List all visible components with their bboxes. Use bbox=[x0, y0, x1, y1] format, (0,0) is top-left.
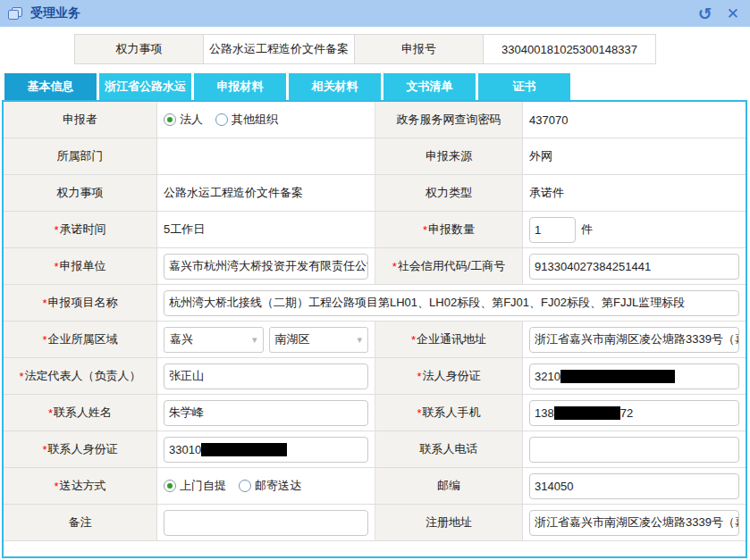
postcode-value: 314050 bbox=[523, 468, 746, 504]
credit-code-label-text: 社会信用代码/工商号 bbox=[398, 258, 506, 274]
declare-source-value: 外网 bbox=[523, 138, 746, 174]
tab-文书清单[interactable]: 文书清单 bbox=[383, 73, 476, 100]
postcode-input-text: 314050 bbox=[535, 480, 573, 493]
form-row: *申报单位嘉兴市杭州湾大桥投资开发有限责任公司*社会信用代码/工商号913304… bbox=[4, 248, 746, 285]
radio-selected-icon[interactable] bbox=[164, 480, 176, 492]
enterprise-region-label-text: 企业所属区域 bbox=[48, 331, 118, 347]
tab-相关材料[interactable]: 相关材料 bbox=[289, 73, 381, 100]
contact-mobile-label-text: 联系人手机 bbox=[423, 405, 481, 421]
declare-count-input[interactable]: 1 bbox=[529, 217, 576, 243]
window-icon bbox=[8, 7, 23, 21]
promise-time-text: 5工作日 bbox=[164, 221, 205, 238]
window-controls: ↺ ✕ bbox=[698, 5, 739, 22]
required-asterisk: * bbox=[54, 480, 58, 493]
enterprise-region-value: 嘉兴▾南湖区▾ bbox=[157, 322, 375, 357]
declare-unit-label-text: 申报单位 bbox=[60, 258, 106, 274]
declarer-radio-label: 其他组织 bbox=[232, 112, 278, 128]
enterprise-region-select-0[interactable]: 嘉兴▾ bbox=[164, 327, 264, 353]
declare-unit-label: *申报单位 bbox=[4, 248, 157, 284]
contact-id-input[interactable]: 33010 bbox=[164, 437, 368, 463]
radio-selected-icon[interactable] bbox=[164, 113, 176, 126]
enterprise-address-value: 浙江省嘉兴市南湖区凌公塘路3339号（嘉 bbox=[523, 322, 746, 357]
legal-representative-input[interactable]: 张正山 bbox=[164, 364, 368, 389]
department-value bbox=[157, 138, 375, 174]
refresh-icon[interactable]: ↺ bbox=[698, 5, 712, 22]
tab-浙江省公路水运[interactable]: 浙江省公路水运 bbox=[99, 73, 191, 100]
contact-mobile-input[interactable]: 13872 bbox=[529, 400, 739, 426]
close-icon[interactable]: ✕ bbox=[727, 6, 739, 21]
declarer-radio-option-0[interactable]: 法人 bbox=[164, 112, 203, 128]
declare-count-label-text: 申报数量 bbox=[428, 221, 475, 238]
form-row: *申报项目名称杭州湾大桥北接线（二期）工程公路项目第LH01、LH02标段、第F… bbox=[4, 285, 746, 322]
declare-no-header-label: 申报号 bbox=[354, 34, 484, 64]
accept-business-window: 受理业务 ↺ ✕ 权力事项 公路水运工程造价文件备案 申报号 330400181… bbox=[0, 0, 750, 560]
redacted-text bbox=[554, 406, 620, 420]
legal-representative-label: *法定代表人（负责人） bbox=[4, 358, 157, 394]
contact-phone-label: 联系人电话 bbox=[375, 431, 523, 467]
power-type-value: 承诺件 bbox=[523, 175, 746, 211]
power-item-value: 公路水运工程造价文件备案 bbox=[157, 175, 375, 211]
project-name-input-text: 杭州湾大桥北接线（二期）工程公路项目第LH01、LH02标段、第FJ01、FJ0… bbox=[169, 295, 685, 311]
credit-code-input-text: 913304027384251441 bbox=[535, 260, 651, 273]
delivery-method-radio-label: 上门自提 bbox=[180, 478, 226, 494]
declare-source-label: 申报来源 bbox=[375, 138, 523, 174]
required-asterisk: * bbox=[417, 406, 421, 420]
contact-id-input-text: 33010 bbox=[169, 443, 201, 456]
declare-unit-input[interactable]: 嘉兴市杭州湾大桥投资开发有限责任公司 bbox=[164, 254, 368, 280]
enterprise-address-input[interactable]: 浙江省嘉兴市南湖区凌公塘路3339号（嘉 bbox=[529, 327, 739, 353]
required-asterisk: * bbox=[411, 333, 416, 347]
promise-time-value: 5工作日 bbox=[157, 212, 375, 247]
declare-unit-value: 嘉兴市杭州湾大桥投资开发有限责任公司 bbox=[157, 248, 375, 284]
contact-phone-value bbox=[523, 431, 746, 467]
power-item-header-label: 权力事项 bbox=[74, 34, 204, 64]
remark-label: 备注 bbox=[4, 505, 157, 540]
form-row: *企业所属区域嘉兴▾南湖区▾*企业通讯地址浙江省嘉兴市南湖区凌公塘路3339号（… bbox=[4, 322, 746, 358]
postcode-label: 邮编 bbox=[375, 468, 523, 504]
legal-representative-label-text: 法定代表人（负责人） bbox=[25, 368, 141, 384]
query-password-value: 437070 bbox=[523, 102, 746, 138]
enterprise-address-label: *企业通讯地址 bbox=[375, 322, 523, 357]
registered-address-label: 注册地址 bbox=[375, 505, 523, 540]
declarer-value: 法人其他组织 bbox=[157, 102, 375, 138]
delivery-method-radio-option-0[interactable]: 上门自提 bbox=[164, 478, 226, 494]
registered-address-input[interactable]: 浙江省嘉兴市南湖区凌公塘路3339号（嘉 bbox=[529, 510, 739, 536]
legal-representative-value: 张正山 bbox=[157, 358, 375, 394]
credit-code-input[interactable]: 913304027384251441 bbox=[529, 254, 739, 280]
tab-bar: 基本信息浙江省公路水运申报材料相关材料文书清单证书 bbox=[0, 73, 750, 100]
department-label: 所属部门 bbox=[4, 138, 157, 174]
declare-no-header-value: 330400181025300148337 bbox=[483, 34, 656, 64]
redacted-text bbox=[560, 370, 675, 383]
tab-基本信息[interactable]: 基本信息 bbox=[4, 73, 97, 100]
legal-id-input[interactable]: 3210 bbox=[529, 364, 739, 389]
enterprise-region-select-value: 南湖区 bbox=[275, 331, 310, 347]
remark-input[interactable] bbox=[164, 510, 368, 536]
form-panel: 申报者法人其他组织政务服务网查询密码437070所属部门申报来源外网权力事项公路… bbox=[2, 100, 747, 558]
contact-phone-input[interactable] bbox=[529, 437, 739, 463]
required-asterisk: * bbox=[54, 260, 58, 273]
postcode-input[interactable]: 314050 bbox=[529, 473, 739, 499]
promise-time-label-text: 承诺时间 bbox=[60, 221, 106, 238]
enterprise-address-label-text: 企业通讯地址 bbox=[417, 331, 486, 347]
contact-id-label-text: 联系人身份证 bbox=[48, 441, 118, 457]
declarer-radio-label: 法人 bbox=[180, 112, 203, 128]
tab-证书[interactable]: 证书 bbox=[478, 73, 570, 100]
contact-mobile-input-text: 72 bbox=[620, 406, 633, 420]
radio-unselected-icon[interactable] bbox=[239, 480, 251, 492]
declare-count-value: 1件 bbox=[523, 212, 746, 247]
tab-申报材料[interactable]: 申报材料 bbox=[194, 73, 286, 100]
contact-name-input[interactable]: 朱学峰 bbox=[164, 400, 368, 426]
declare-source-text: 外网 bbox=[529, 148, 552, 164]
delivery-method-radio-option-1[interactable]: 邮寄送达 bbox=[239, 478, 301, 494]
query-password-label-text: 政务服务网查询密码 bbox=[397, 112, 501, 128]
power-type-label-text: 权力类型 bbox=[426, 185, 472, 201]
registered-address-input-text: 浙江省嘉兴市南湖区凌公塘路3339号（嘉 bbox=[535, 514, 739, 531]
project-name-input[interactable]: 杭州湾大桥北接线（二期）工程公路项目第LH01、LH02标段、第FJ01、FJ0… bbox=[164, 290, 739, 316]
legal-id-label-text: 法人身份证 bbox=[423, 368, 481, 384]
enterprise-region-select-1[interactable]: 南湖区▾ bbox=[269, 327, 369, 353]
form-row: 申报者法人其他组织政务服务网查询密码437070 bbox=[4, 102, 746, 138]
form-row: *法定代表人（负责人）张正山*法人身份证3210 bbox=[4, 358, 746, 395]
promise-time-label: *承诺时间 bbox=[4, 212, 157, 247]
declarer-radio-option-1[interactable]: 其他组织 bbox=[215, 112, 278, 128]
radio-unselected-icon[interactable] bbox=[215, 113, 228, 126]
required-asterisk: * bbox=[19, 370, 23, 383]
